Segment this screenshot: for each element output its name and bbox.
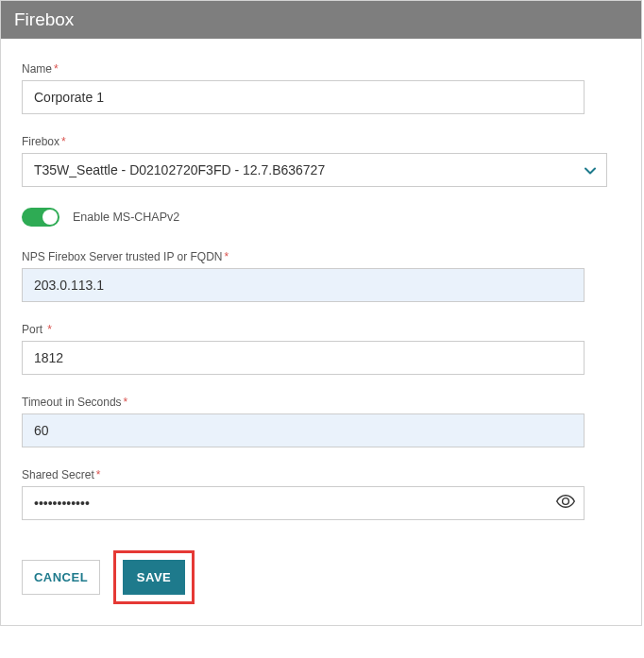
form-body: Name* Firebox* T35W_Seattle - D02102720F…: [1, 39, 641, 625]
required-asterisk: *: [44, 323, 52, 336]
shared-secret-label: Shared Secret*: [22, 468, 620, 481]
toggle-knob: [42, 210, 58, 225]
eye-icon[interactable]: [556, 495, 575, 512]
button-row: Cancel Save: [22, 550, 620, 604]
timeout-label: Timeout in Seconds*: [22, 396, 620, 409]
required-asterisk: *: [96, 468, 101, 481]
firebox-group: Firebox* T35W_Seattle - D02102720F3FD - …: [22, 135, 620, 187]
name-label: Name*: [22, 62, 620, 76]
dialog-header: Firebox: [1, 1, 641, 39]
required-asterisk: *: [124, 396, 128, 409]
firebox-select-value: T35W_Seattle - D02102720F3FD - 12.7.B636…: [34, 162, 325, 177]
svg-point-0: [563, 498, 569, 505]
name-input[interactable]: [22, 80, 585, 114]
mschap-toggle[interactable]: [22, 208, 59, 227]
firebox-select[interactable]: T35W_Seattle - D02102720F3FD - 12.7.B636…: [22, 153, 607, 187]
save-highlight-box: Save: [113, 550, 195, 604]
shared-secret-input[interactable]: [22, 486, 585, 520]
save-button[interactable]: Save: [123, 560, 185, 595]
name-group: Name*: [22, 62, 620, 114]
nps-ip-input[interactable]: [22, 268, 585, 302]
required-asterisk: *: [54, 62, 59, 76]
required-asterisk: *: [61, 135, 66, 148]
port-label: Port *: [22, 323, 620, 336]
cancel-button[interactable]: Cancel: [22, 560, 100, 595]
timeout-input[interactable]: [22, 413, 585, 447]
mschap-label: Enable MS-CHAPv2: [73, 211, 179, 224]
required-asterisk: *: [225, 250, 229, 263]
mschap-row: Enable MS-CHAPv2: [22, 208, 620, 227]
timeout-group: Timeout in Seconds*: [22, 396, 620, 447]
firebox-select-wrap: T35W_Seattle - D02102720F3FD - 12.7.B636…: [22, 153, 607, 187]
nps-ip-label: NPS Firebox Server trusted IP or FQDN*: [22, 250, 620, 263]
nps-ip-group: NPS Firebox Server trusted IP or FQDN*: [22, 250, 620, 302]
shared-secret-group: Shared Secret*: [22, 468, 620, 520]
password-wrap: [22, 486, 585, 520]
firebox-label: Firebox*: [22, 135, 620, 148]
port-group: Port *: [22, 323, 620, 375]
dialog-title: Firebox: [14, 9, 74, 29]
port-input[interactable]: [22, 341, 585, 375]
dialog-container: Firebox Name* Firebox* T35W_Seattle - D0…: [0, 0, 642, 626]
